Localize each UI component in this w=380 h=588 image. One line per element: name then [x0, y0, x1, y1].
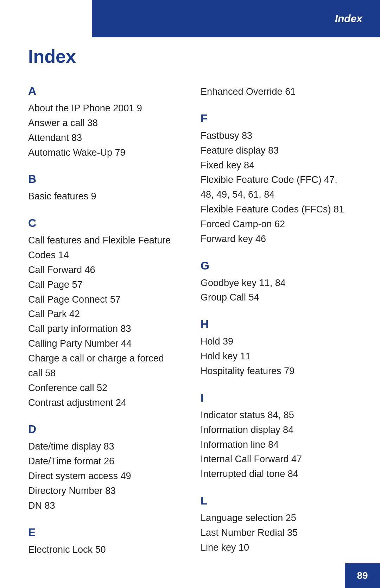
section-letter-i: I: [201, 391, 352, 404]
index-entry: Fastbusy 83: [201, 129, 352, 143]
section-letter-g: G: [201, 259, 352, 272]
index-entry: Forced Camp-on 62: [201, 217, 352, 232]
index-entry: Information line 84: [201, 438, 352, 452]
index-entry: Goodbye key 11, 84: [201, 276, 352, 291]
index-entry: Information display 84: [201, 423, 352, 438]
columns-container: AAbout the IP Phone 2001 9Answer a call …: [28, 85, 352, 557]
footer-bar: 89: [345, 563, 380, 588]
index-entry: Forward key 46: [201, 232, 352, 247]
page-content: Index AAbout the IP Phone 2001 9Answer a…: [28, 46, 352, 553]
page-main-title: Index: [28, 46, 352, 67]
right-column: Enhanced Override 61FFastbusy 83Feature …: [201, 85, 352, 557]
index-entry: Last Number Redial 35: [201, 526, 352, 540]
section-letter-l: L: [201, 494, 352, 507]
index-entry: Date/time display 83: [28, 439, 179, 454]
index-entry: Hospitality features 79: [201, 364, 352, 379]
index-entry: Hold key 11: [201, 349, 352, 364]
index-entry: Directory Number 83: [28, 484, 179, 499]
section-letter-e: E: [28, 526, 179, 539]
index-entry: Electronic Lock 50: [28, 543, 179, 557]
index-entry: Direct system access 49: [28, 469, 179, 484]
index-entry: Line key 10: [201, 540, 352, 555]
index-entry: Calling Party Number 44: [28, 336, 179, 351]
index-entry: Indicator status 84, 85: [201, 408, 352, 423]
index-entry: About the IP Phone 2001 9: [28, 101, 179, 116]
left-column: AAbout the IP Phone 2001 9Answer a call …: [28, 85, 179, 557]
index-entry: Internal Call Forward 47: [201, 452, 352, 467]
index-entry: Fixed key 84: [201, 158, 352, 173]
index-entry: Answer a call 38: [28, 116, 179, 131]
index-entry: Attendant 83: [28, 131, 179, 146]
index-entry: Flexible Feature Codes (FFCs) 81: [201, 202, 352, 217]
index-entry: Call Park 42: [28, 307, 179, 322]
index-entry: Language selection 25: [201, 511, 352, 526]
index-entry: Call Page 57: [28, 278, 179, 292]
section-letter-a: A: [28, 85, 179, 98]
index-entry: Call Forward 46: [28, 263, 179, 278]
page-number: 89: [357, 570, 368, 581]
section-letter-d: D: [28, 423, 179, 436]
header-title: Index: [335, 13, 362, 25]
index-entry: Call Page Connect 57: [28, 292, 179, 307]
section-letter-f: F: [201, 112, 352, 125]
index-entry: Date/Time format 26: [28, 454, 179, 469]
section-letter-b: B: [28, 173, 179, 186]
index-entry: Contrast adjustment 24: [28, 396, 179, 410]
index-entry: Interrupted dial tone 84: [201, 467, 352, 482]
index-entry: Hold 39: [201, 334, 352, 349]
index-entry: Basic features 9: [28, 189, 179, 204]
index-entry: Flexible Feature Code (FFC) 47, 48, 49, …: [201, 173, 352, 202]
index-entry: Enhanced Override 61: [201, 85, 352, 99]
section-letter-c: C: [28, 217, 179, 230]
index-entry: Call features and Flexible Feature Codes…: [28, 233, 179, 263]
section-letter-h: H: [201, 318, 352, 331]
index-entry: Charge a call or charge a forced call 58: [28, 351, 179, 381]
index-entry: Feature display 83: [201, 143, 352, 158]
index-entry: Group Call 54: [201, 290, 352, 305]
header-bar: Index: [92, 0, 380, 37]
index-entry: DN 83: [28, 499, 179, 513]
index-entry: Call party information 83: [28, 322, 179, 336]
index-entry: Automatic Wake-Up 79: [28, 146, 179, 160]
index-entry: Conference call 52: [28, 381, 179, 396]
